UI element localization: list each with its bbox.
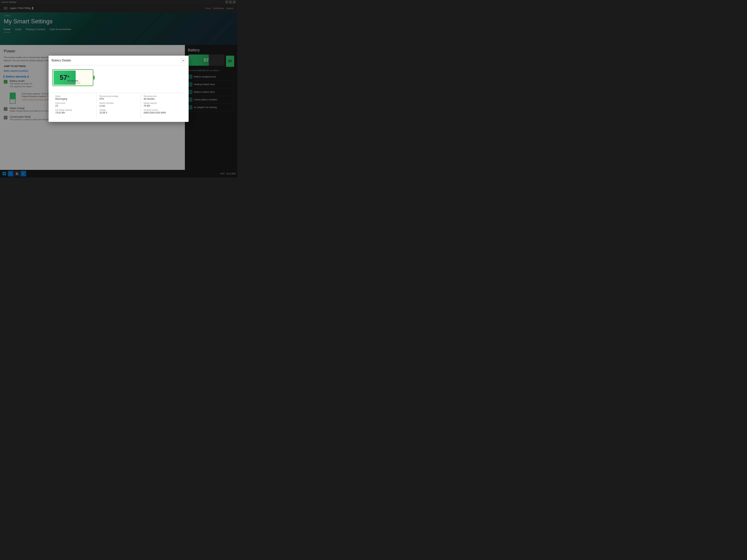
remaining-pct-label: Remaining percentage: [100, 95, 138, 97]
status-value: Discharging: [55, 98, 93, 100]
chemistry-label: Device chemistry: [100, 102, 138, 104]
detail-col-2: Remaining percentage 57% Device chemistr…: [97, 93, 141, 118]
detail-col-1: Status Discharging Cycle count 13 Full c…: [52, 93, 97, 118]
detail-full-charge: Full charge capacity 73.91 Wh: [55, 109, 93, 114]
modal-close-button[interactable]: ✕: [181, 58, 186, 63]
battery-details-modal: Battery Details ✕ 57% 46 minutes REMAINI…: [49, 56, 189, 122]
cycle-label: Cycle count: [55, 102, 93, 104]
full-charge-label: Full charge capacity: [55, 109, 93, 111]
detail-status: Status Discharging: [55, 95, 93, 100]
remaining-time-value: 46 minutes: [144, 98, 182, 100]
detail-remaining-pct: Remaining percentage 57%: [100, 95, 138, 100]
detail-cycle: Cycle count 13: [55, 102, 93, 107]
cycle-value: 13: [55, 105, 93, 107]
voltage-value: 13.58 V: [100, 111, 138, 114]
details-grid: Status Discharging Cycle count 13 Full c…: [52, 93, 185, 118]
modal-battery-row: 57% 46 minutes REMAINING TIME: [52, 69, 185, 90]
detail-design-capacity: Design capacity 76 Wh: [144, 102, 182, 107]
modal-title: Battery Details: [52, 59, 71, 62]
remaining-pct-value: 57%: [100, 98, 138, 100]
voltage-label: Voltage: [100, 109, 138, 111]
modal-overlay: Battery Details ✕ 57% 46 minutes REMAINI…: [0, 0, 237, 177]
detail-voltage: Voltage 13.58 V: [100, 109, 138, 114]
design-capacity-value: 76 Wh: [144, 105, 182, 107]
detail-remaining-time: Remaining time 46 minutes: [144, 95, 182, 100]
firmware-value: 0005-0264-0100-0004: [144, 111, 182, 114]
firmware-label: Firmware version: [144, 109, 182, 111]
modal-header: Battery Details ✕: [49, 56, 189, 65]
remaining-time-label: Remaining time: [144, 95, 182, 97]
modal-remaining-label: REMAINING TIME: [53, 82, 93, 84]
modal-remaining-time: 46 minutes: [53, 80, 93, 82]
chemistry-value: Li-Ion: [100, 105, 138, 107]
modal-time-info: 46 minutes REMAINING TIME: [53, 80, 93, 84]
detail-chemistry: Device chemistry Li-Ion: [100, 102, 138, 107]
status-label: Status: [55, 95, 93, 97]
detail-col-3: Remaining time 46 minutes Design capacit…: [140, 93, 185, 118]
full-charge-value: 73.91 Wh: [55, 111, 93, 114]
design-capacity-label: Design capacity: [144, 102, 182, 104]
detail-firmware: Firmware version 0005-0264-0100-0004: [144, 109, 182, 114]
modal-battery-visual: 57% 46 minutes REMAINING TIME: [52, 69, 93, 86]
modal-body: 57% 46 minutes REMAINING TIME Status Dis…: [49, 65, 189, 122]
